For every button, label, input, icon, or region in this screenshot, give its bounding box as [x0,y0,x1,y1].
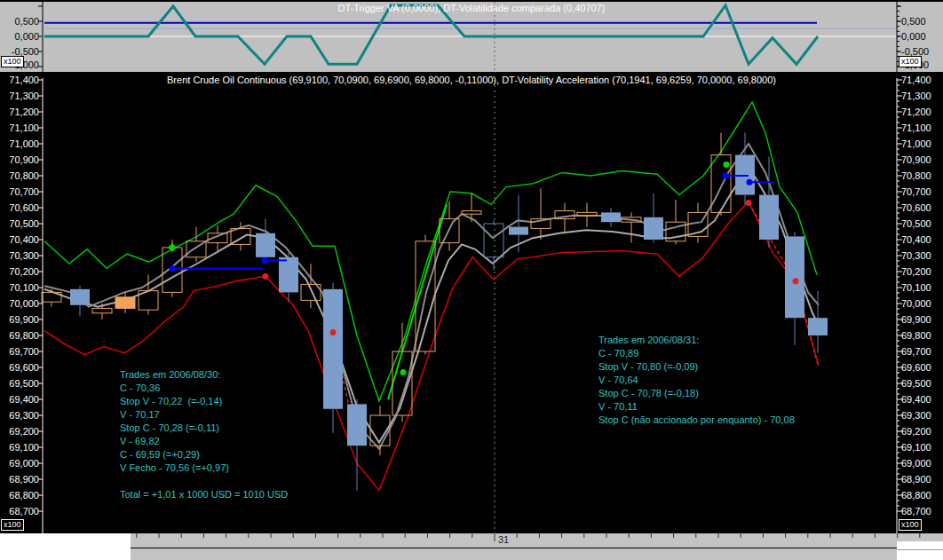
candle-blue [808,318,828,335]
price-y-label-left: 70,400 [0,234,39,246]
price-y-label-left: 69,100 [0,442,39,454]
price-y-label-left: 70,200 [0,266,39,278]
indicator-y-label-right: 0,000 [901,31,926,43]
price-y-label-right: 70,200 [901,266,931,278]
price-y-label-right: 70,100 [901,282,931,294]
price-y-label-right: 70,000 [901,298,931,310]
price-y-label-right: 69,800 [901,330,931,342]
scale-badge-top-left: x100 [1,56,24,67]
candle-blue [601,212,621,222]
price-y-label-right: 71,200 [901,106,931,118]
trade-note-line: C - 70,89 [598,347,795,360]
price-y-label-left: 71,200 [0,106,39,118]
indicator-y-label-left: 0,500 [0,16,39,28]
candle-blue [323,289,343,409]
price-y-label-left: 71,000 [0,138,39,150]
price-panel-title: Brent Crude Oil Continuous (69,9100, 70,… [0,75,943,85]
price-y-label-right: 69,600 [901,362,931,374]
price-y-label-left: 69,600 [0,362,39,374]
price-y-label-left: 69,400 [0,394,39,406]
price-y-label-left: 71,300 [0,91,39,102]
price-y-label-right: 69,300 [901,410,931,422]
price-y-label-left: 69,000 [0,458,39,469]
trading-app-window: DT-Trigger VA (0,0000), DT-Volatilidade … [0,0,943,560]
stop-marker-dot [262,257,268,264]
trade-note-line: Stop C (não accionado por enquanto) - 70… [598,414,795,427]
x-axis-day-label: 31 [498,534,509,545]
price-y-label-right: 70,800 [901,170,931,182]
price-y-label-right: 69,200 [901,426,931,438]
price-y-label-right: 69,100 [901,442,931,454]
trade-note-line: Stop C - 70,28 (=-0,11) [120,422,288,435]
scale-badge-main-right: x100 [899,519,922,531]
sell-marker-dot [746,200,752,206]
long-trade-segment [388,204,447,399]
candle-orange [115,297,135,309]
price-y-label-right: 69,700 [901,346,931,358]
stop-marker-dot [170,265,176,272]
price-y-label-right: 70,400 [901,234,931,246]
trades-annotation-day30: Trades em 2006/08/30:C - 70,36Stop V - 7… [120,368,288,501]
trade-note-line: Trades em 2006/08/31: [598,334,795,347]
price-y-label-left: 70,800 [0,170,39,182]
price-y-label-left: 71,100 [0,122,39,134]
trade-note-line: V - 70,64 [598,374,795,387]
price-y-label-right: 70,300 [901,250,931,262]
price-y-label-right: 71,300 [901,91,931,102]
price-y-label-right: 71,400 [901,75,931,86]
sell-marker-dot [330,329,337,335]
scale-badge-top-right: x100 [899,56,922,67]
price-y-label-right: 68,800 [901,490,931,501]
trade-note-line: C - 70,36 [120,382,288,395]
indicator-panel-title: DT-Trigger VA (0,0000), DT-Volatilidade … [0,3,943,13]
price-y-label-left: 70,700 [0,186,39,198]
price-y-label-right: 70,600 [901,202,931,214]
price-y-label-right: 69,500 [901,378,931,390]
price-y-label-right: 69,400 [901,394,931,406]
stop-marker-dot [723,173,729,179]
price-y-label-right: 70,500 [901,218,931,230]
candle-tan [462,211,481,215]
trade-note-line: Stop V - 70,80 (=-0,09) [598,360,795,374]
price-y-label-right: 69,000 [901,458,931,469]
price-y-label-right: 70,900 [901,154,931,166]
price-y-label-left: 70,500 [0,218,39,230]
price-y-label-left: 70,600 [0,202,39,214]
price-y-label-left: 71,400 [0,75,39,86]
price-y-label-left: 69,200 [0,426,39,438]
indicator-y-label-left: 0,000 [0,31,39,43]
candle-blue [347,404,367,446]
trade-note-line: C - 69,59 (=+0,29) [120,448,288,461]
buy-marker-dot [400,369,407,375]
price-y-label-right: 71,000 [901,138,931,150]
price-y-label-left: 68,700 [0,506,39,517]
price-y-label-left: 70,000 [0,298,39,310]
price-y-label-left: 69,500 [0,378,39,390]
sell-marker-dot [793,278,799,284]
trade-note-line [120,475,288,488]
trade-note-line: V - 69,82 [120,435,288,448]
candle-blue [785,236,804,318]
price-y-label-left: 70,900 [0,154,39,166]
buy-marker-dot [724,162,730,168]
price-y-label-left: 69,300 [0,410,39,422]
price-y-label-right: 68,700 [901,506,931,517]
candle-blue [256,233,275,257]
trade-note-line: V - 70,11 [598,400,795,414]
trade-note-line: Total = +1,01 x 1000 USD = 1010 USD [120,488,288,501]
trade-note-line: Stop C - 70,78 (=-0,18) [598,387,795,400]
price-y-label-left: 70,100 [0,282,39,294]
candle-blue [759,195,779,240]
price-y-label-left: 69,800 [0,330,39,342]
candle-blue [509,227,528,235]
candle-tan [92,308,112,312]
price-y-label-left: 68,900 [0,474,39,485]
candle-blue_outline [484,224,503,257]
price-y-label-left: 69,700 [0,346,39,358]
trades-annotation-day31: Trades em 2006/08/31:C - 70,89Stop V - 7… [598,334,795,427]
price-y-label-right: 70,700 [901,186,931,198]
dt-trigger-line [44,5,818,64]
scale-badge-main-left: x100 [1,519,24,531]
price-y-label-right: 69,900 [901,314,931,326]
candle-blue [279,257,298,293]
